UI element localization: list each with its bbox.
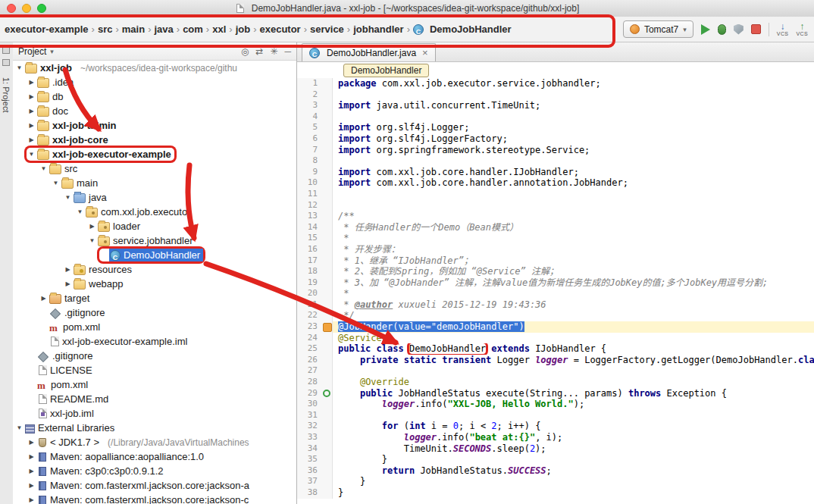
expanded-arrow-icon[interactable]: ▼ [87,237,97,244]
line-number[interactable]: 14 [296,222,322,233]
expanded-arrow-icon[interactable]: ▼ [63,194,73,201]
coverage-button[interactable] [734,24,744,35]
collapsed-arrow-icon[interactable]: ▶ [87,223,97,230]
code-line-18[interactable]: 18 * 2、装配到Spring，例如加 “@Service” 注解； [296,266,814,277]
collapsed-arrow-icon[interactable]: ▶ [27,79,36,86]
tree-item-maven-com-fasterxml-jackson-core-jackson-a[interactable]: ▶Maven: com.fasterxml.jackson.core:jacks… [13,478,296,493]
tree-item-java[interactable]: ▼java [13,190,296,205]
breadcrumb-item-executor[interactable]: executor [258,23,302,36]
expanded-arrow-icon[interactable]: ▼ [27,151,36,158]
collapsed-arrow-icon[interactable]: ▶ [27,468,36,474]
line-number[interactable]: 29 [296,388,322,399]
line-number[interactable]: 24 [296,333,322,344]
tree-item-pom-xml[interactable]: pom.xml [13,377,296,392]
line-number[interactable]: 9 [296,167,322,178]
breadcrumb-item-executor-example[interactable]: executor-example [3,23,90,36]
project-panel-title[interactable]: Project [18,46,46,57]
line-number[interactable]: 20 [296,288,322,299]
code-line-4[interactable]: 4 [296,111,814,123]
code-line-27[interactable]: 27 [296,365,814,377]
code-line-22[interactable]: 22 */ [296,310,814,321]
code-line-16[interactable]: 16 * 开发步骤： [296,244,814,255]
code-line-32[interactable]: 32 for (int i = 0; i < 2; i++) { [296,421,814,432]
settings-icon[interactable]: ✳ [270,46,277,57]
code-line-10[interactable]: 10import com.xxl.job.core.handler.annota… [296,177,814,189]
line-number[interactable]: 34 [296,443,322,455]
line-number[interactable]: 31 [296,410,322,421]
code-line-26[interactable]: 26 private static transient Logger logge… [296,355,814,366]
project-tool-window-button[interactable]: 1: Project [2,77,11,112]
tree-item-license[interactable]: LICENSE [13,363,296,377]
collapsed-arrow-icon[interactable]: ▶ [39,295,49,302]
tree-item-resources[interactable]: ▶resources [13,262,296,277]
code-line-31[interactable]: 31 [296,410,814,421]
locate-icon[interactable]: ◎ [241,46,249,57]
tool-window-icon[interactable] [2,59,10,66]
tree-item-maven-c3p0-c3p0-0-9-1-2[interactable]: ▶Maven: c3p0:c3p0:0.9.1.2 [13,464,296,478]
code-line-12[interactable]: 12 [296,200,814,211]
tree-item-src[interactable]: ▼src [13,161,296,176]
tree-item-xxl-job-core[interactable]: ▶xxl-job-core [13,133,296,147]
breadcrumb-item-demojobhandler[interactable]: DemoJobHandler [412,23,513,36]
line-number[interactable]: 7 [296,145,322,156]
code-line-3[interactable]: 3import java.util.concurrent.TimeUnit; [296,100,814,111]
line-number[interactable]: 11 [296,189,322,200]
code-line-1[interactable]: 1package com.xxl.job.executor.service.jo… [296,78,814,89]
breadcrumb-item-com[interactable]: com [181,23,205,36]
bookmark-icon[interactable] [323,323,332,332]
line-number[interactable]: 5 [296,122,322,133]
code-line-29[interactable]: 29 public JobHandleStatus execute(String… [296,388,814,399]
code-line-25[interactable]: 25public class DemoJobHandler extends IJ… [296,343,814,355]
line-number[interactable]: 22 [296,310,322,321]
collapsed-arrow-icon[interactable]: ▶ [27,439,36,446]
collapse-all-icon[interactable]: ⇄ [255,46,263,57]
code-line-8[interactable]: 8 [296,155,814,167]
tree-item-main[interactable]: ▼main [13,176,296,190]
line-number[interactable]: 18 [296,266,322,277]
override-icon[interactable] [323,390,330,397]
code-area[interactable]: 1package com.xxl.job.executor.service.jo… [296,78,814,504]
code-line-35[interactable]: 35 } [296,454,814,465]
breadcrumb-item-main[interactable]: main [121,23,146,36]
run-configuration-select[interactable]: Tomcat7 ▾ [623,20,693,38]
stop-button[interactable] [751,24,761,34]
breadcrumb-item-java[interactable]: java [152,23,174,36]
line-number[interactable]: 26 [296,355,322,366]
tree-item-xxl-job-executor-example[interactable]: ▼xxl-job-executor-example [13,147,296,161]
code-line-20[interactable]: 20 * [296,288,814,299]
collapsed-arrow-icon[interactable]: ▶ [27,136,36,143]
collapsed-arrow-icon[interactable]: ▶ [27,453,36,460]
code-line-5[interactable]: 5import org.slf4j.Logger; [296,122,814,133]
tree-item-demojobhandler[interactable]: DemoJobHandler [13,248,296,262]
tree-item-webapp[interactable]: ▶webapp [13,277,296,291]
collapsed-arrow-icon[interactable]: ▶ [63,266,73,273]
vcs-update-button[interactable]: ↓ VCS [777,22,789,36]
tree-item-idea[interactable]: ▶.idea [13,75,296,89]
line-number[interactable]: 6 [296,133,322,145]
tree-item-xxl-job[interactable]: ▼xxl-job~/workspaces/idea-git-workspace/… [13,61,296,75]
line-number[interactable]: 21 [296,299,322,311]
code-line-14[interactable]: 14 * 任务Handler的一个Demo（Bean模式） [296,222,814,233]
expanded-arrow-icon[interactable]: ▼ [75,208,85,215]
line-number[interactable]: 30 [296,399,322,410]
line-number[interactable]: 10 [296,177,322,189]
code-line-28[interactable]: 28 @Override [296,377,814,388]
expanded-arrow-icon[interactable]: ▼ [14,64,24,71]
line-number[interactable]: 23 [296,321,322,333]
expanded-arrow-icon[interactable]: ▼ [51,180,61,186]
code-line-38[interactable]: 38} [296,487,814,499]
tree-item-jdk1-7[interactable]: ▶< JDK1.7 >(/Library/Java/JavaVirtualMac… [13,435,296,449]
code-line-13[interactable]: 13/** [296,211,814,222]
run-button[interactable] [701,24,710,35]
hide-panel-icon[interactable]: ─ [284,46,291,57]
breadcrumb-item-src[interactable]: src [96,23,114,36]
tree-item-db[interactable]: ▶db [13,89,296,104]
close-window-button[interactable] [7,4,16,13]
code-line-6[interactable]: 6import org.slf4j.LoggerFactory; [296,133,814,145]
tree-item-gitignore[interactable]: .gitignore [13,305,296,320]
line-number[interactable]: 37 [296,476,322,487]
tree-item-loader[interactable]: ▶loader [13,219,296,233]
breadcrumb-item-job[interactable]: job [234,23,252,36]
tree-item-maven-com-fasterxml-jackson-core-jackson-c[interactable]: ▶Maven: com.fasterxml.jackson.core:jacks… [13,493,296,504]
breadcrumb-item-xxl[interactable]: xxl [211,23,227,36]
